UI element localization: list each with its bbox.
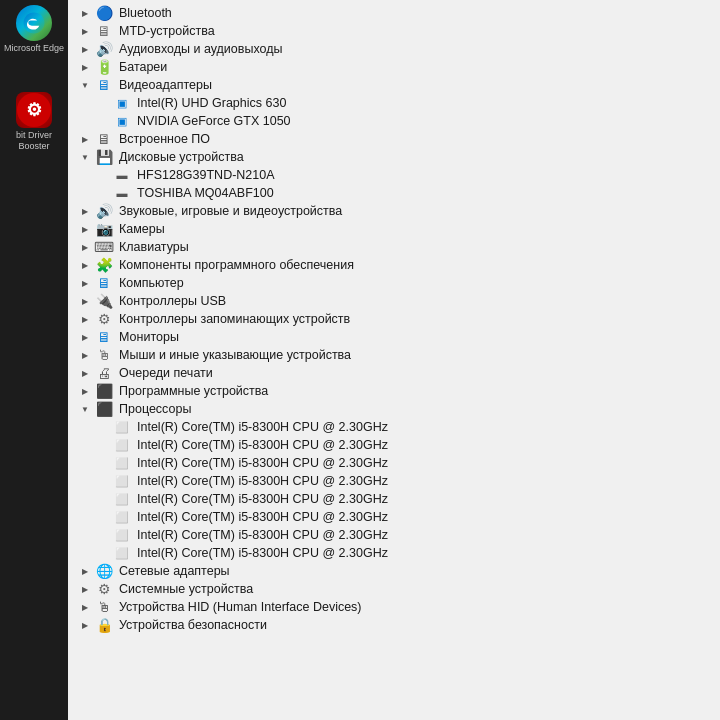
chevron-prog_dev: ▶	[78, 384, 92, 398]
svg-text:⚙: ⚙	[26, 100, 42, 120]
icon-disk1: ▬	[114, 167, 130, 183]
tree-item-gpu2: ▶▣NVIDIA GeForce GTX 1050	[76, 112, 712, 130]
tree-item-storage_ctrl[interactable]: ▶⚙Контроллеры запоминающих устройств	[76, 310, 712, 328]
edge-app[interactable]: Microsoft Edge	[4, 5, 64, 54]
chevron-monitors: ▶	[78, 330, 92, 344]
chevron-display: ▼	[78, 78, 92, 92]
icon-mice: 🖱	[96, 347, 112, 363]
chevron-security: ▶	[78, 618, 92, 632]
icon-cpu1: ⬜	[114, 419, 130, 435]
tree-item-audio[interactable]: ▶🔊Аудиовходы и аудиовыходы	[76, 40, 712, 58]
icon-bluetooth: 🔵	[96, 5, 112, 21]
tree-item-firmware[interactable]: ▶🖥Встроенное ПО	[76, 130, 712, 148]
tree-item-display[interactable]: ▼🖥Видеоадаптеры	[76, 76, 712, 94]
icon-display: 🖥	[96, 77, 112, 93]
icon-audio: 🔊	[96, 41, 112, 57]
label-storage_ctrl: Контроллеры запоминающих устройств	[119, 312, 350, 326]
icon-cpu8: ⬜	[114, 545, 130, 561]
icon-software: 🧩	[96, 257, 112, 273]
tree-item-disks[interactable]: ▼💾Дисковые устройства	[76, 148, 712, 166]
icon-cpu5: ⬜	[114, 491, 130, 507]
chevron-mtd: ▶	[78, 24, 92, 38]
chevron-disk2: ▶	[96, 186, 110, 200]
tree-item-processors[interactable]: ▼⬛Процессоры	[76, 400, 712, 418]
tree-item-cpu6: ▶⬜Intel(R) Core(TM) i5-8300H CPU @ 2.30G…	[76, 508, 712, 526]
icon-prog_dev: ⬛	[96, 383, 112, 399]
icon-monitors: 🖥	[96, 329, 112, 345]
edge-label: Microsoft Edge	[4, 43, 64, 54]
label-mice: Мыши и иные указывающие устройства	[119, 348, 351, 362]
tree-item-mtd[interactable]: ▶🖥MTD-устройства	[76, 22, 712, 40]
tree-item-cameras[interactable]: ▶📷Камеры	[76, 220, 712, 238]
tree-item-prog_dev[interactable]: ▶⬛Программные устройства	[76, 382, 712, 400]
chevron-gpu2: ▶	[96, 114, 110, 128]
label-monitors: Мониторы	[119, 330, 179, 344]
label-cpu3: Intel(R) Core(TM) i5-8300H CPU @ 2.30GHz	[137, 456, 388, 470]
label-mtd: MTD-устройства	[119, 24, 215, 38]
tree-item-disk1: ▶▬HFS128G39TND-N210A	[76, 166, 712, 184]
chevron-print_queue: ▶	[78, 366, 92, 380]
bitdriver-app[interactable]: ⚙ bit Driver Booster	[0, 92, 68, 152]
label-cpu5: Intel(R) Core(TM) i5-8300H CPU @ 2.30GHz	[137, 492, 388, 506]
chevron-cpu4: ▶	[96, 474, 110, 488]
label-disk1: HFS128G39TND-N210A	[137, 168, 275, 182]
icon-print_queue: 🖨	[96, 365, 112, 381]
chevron-storage_ctrl: ▶	[78, 312, 92, 326]
label-sound: Звуковые, игровые и видеоустройства	[119, 204, 342, 218]
tree-item-mice[interactable]: ▶🖱Мыши и иные указывающие устройства	[76, 346, 712, 364]
icon-network: 🌐	[96, 563, 112, 579]
icon-mtd: 🖥	[96, 23, 112, 39]
tree-item-network[interactable]: ▶🌐Сетевые адаптеры	[76, 562, 712, 580]
edge-icon	[16, 5, 52, 41]
tree-item-print_queue[interactable]: ▶🖨Очереди печати	[76, 364, 712, 382]
label-firmware: Встроенное ПО	[119, 132, 210, 146]
tree-item-battery[interactable]: ▶🔋Батареи	[76, 58, 712, 76]
icon-cpu7: ⬜	[114, 527, 130, 543]
label-security: Устройства безопасности	[119, 618, 267, 632]
icon-processors: ⬛	[96, 401, 112, 417]
tree-item-monitors[interactable]: ▶🖥Мониторы	[76, 328, 712, 346]
tree-item-system_dev[interactable]: ▶⚙Системные устройства	[76, 580, 712, 598]
label-cpu4: Intel(R) Core(TM) i5-8300H CPU @ 2.30GHz	[137, 474, 388, 488]
chevron-cpu1: ▶	[96, 420, 110, 434]
icon-usb: 🔌	[96, 293, 112, 309]
label-cameras: Камеры	[119, 222, 165, 236]
tree-item-cpu5: ▶⬜Intel(R) Core(TM) i5-8300H CPU @ 2.30G…	[76, 490, 712, 508]
chevron-bluetooth: ▶	[78, 6, 92, 20]
label-cpu2: Intel(R) Core(TM) i5-8300H CPU @ 2.30GHz	[137, 438, 388, 452]
label-system_dev: Системные устройства	[119, 582, 253, 596]
icon-system_dev: ⚙	[96, 581, 112, 597]
icon-keyboards: ⌨	[96, 239, 112, 255]
tree-item-keyboards[interactable]: ▶⌨Клавиатуры	[76, 238, 712, 256]
tree-item-software[interactable]: ▶🧩Компоненты программного обеспечения	[76, 256, 712, 274]
label-software: Компоненты программного обеспечения	[119, 258, 354, 272]
icon-gpu2: ▣	[114, 113, 130, 129]
icon-storage_ctrl: ⚙	[96, 311, 112, 327]
chevron-disks: ▼	[78, 150, 92, 164]
icon-gpu1: ▣	[114, 95, 130, 111]
label-cpu8: Intel(R) Core(TM) i5-8300H CPU @ 2.30GHz	[137, 546, 388, 560]
icon-cpu2: ⬜	[114, 437, 130, 453]
label-gpu1: Intel(R) UHD Graphics 630	[137, 96, 286, 110]
icon-sound: 🔊	[96, 203, 112, 219]
label-battery: Батареи	[119, 60, 167, 74]
tree-item-cpu7: ▶⬜Intel(R) Core(TM) i5-8300H CPU @ 2.30G…	[76, 526, 712, 544]
tree-item-bluetooth[interactable]: ▶🔵Bluetooth	[76, 4, 712, 22]
tree-item-usb[interactable]: ▶🔌Контроллеры USB	[76, 292, 712, 310]
icon-battery: 🔋	[96, 59, 112, 75]
bitdriver-icon: ⚙	[16, 92, 52, 128]
tree-item-hid[interactable]: ▶🖱Устройства HID (Human Interface Device…	[76, 598, 712, 616]
tree-item-cpu2: ▶⬜Intel(R) Core(TM) i5-8300H CPU @ 2.30G…	[76, 436, 712, 454]
label-keyboards: Клавиатуры	[119, 240, 189, 254]
chevron-processors: ▼	[78, 402, 92, 416]
chevron-audio: ▶	[78, 42, 92, 56]
tree-item-cpu8: ▶⬜Intel(R) Core(TM) i5-8300H CPU @ 2.30G…	[76, 544, 712, 562]
chevron-cpu2: ▶	[96, 438, 110, 452]
tree-item-gpu1: ▶▣Intel(R) UHD Graphics 630	[76, 94, 712, 112]
icon-security: 🔒	[96, 617, 112, 633]
chevron-network: ▶	[78, 564, 92, 578]
tree-item-sound[interactable]: ▶🔊Звуковые, игровые и видеоустройства	[76, 202, 712, 220]
tree-item-computer[interactable]: ▶🖥Компьютер	[76, 274, 712, 292]
tree-item-security[interactable]: ▶🔒Устройства безопасности	[76, 616, 712, 634]
icon-cpu4: ⬜	[114, 473, 130, 489]
